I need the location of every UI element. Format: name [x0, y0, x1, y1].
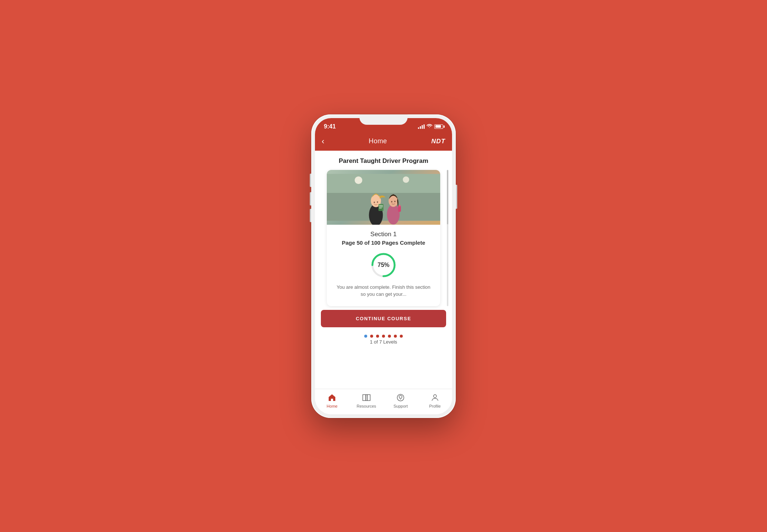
profile-icon	[430, 393, 440, 402]
phone-screen: 9:41 ‹ Home NDT	[315, 118, 452, 414]
wifi-icon	[426, 124, 432, 129]
card-content: Section 1 Page 50 of 100 Pages Complete	[327, 225, 440, 306]
course-image	[327, 170, 440, 225]
dot-6[interactable]	[394, 335, 397, 338]
levels-text: 1 of 7 Levels	[315, 339, 452, 345]
svg-rect-9	[379, 205, 383, 206]
nav-item-resources[interactable]: Resources	[355, 393, 378, 408]
svg-rect-17	[398, 205, 401, 206]
scroll-thumb	[447, 170, 448, 224]
svg-rect-11	[379, 208, 382, 208]
svg-point-14	[391, 201, 392, 202]
section-label: Section 1	[333, 231, 434, 238]
nav-item-home[interactable]: Home	[321, 393, 343, 408]
notch	[359, 114, 408, 125]
svg-rect-8	[378, 204, 384, 211]
course-title: Parent Taught Driver Program	[315, 151, 452, 170]
continue-course-button[interactable]: CONTINUE COURSE	[321, 310, 446, 327]
svg-rect-10	[379, 206, 383, 207]
svg-point-2	[355, 176, 362, 184]
progress-circle-container: 75%	[333, 252, 434, 278]
scroll-indicator	[447, 170, 448, 306]
back-button[interactable]: ‹	[322, 137, 324, 146]
header-logo: NDT	[431, 138, 445, 145]
pages-complete-label: Page 50 of 100 Pages Complete	[333, 240, 434, 246]
svg-point-3	[403, 176, 409, 183]
dot-2[interactable]	[370, 335, 373, 338]
signal-icon	[418, 124, 425, 129]
nav-item-support[interactable]: Support	[389, 393, 412, 408]
nav-label-support: Support	[394, 404, 408, 408]
dot-7[interactable]	[400, 335, 403, 338]
bottom-nav: Home Resources	[315, 389, 452, 414]
nav-label-home: Home	[327, 404, 338, 408]
svg-point-7	[377, 201, 378, 203]
dot-3[interactable]	[376, 335, 379, 338]
course-card: Section 1 Page 50 of 100 Pages Complete	[327, 170, 440, 306]
status-time: 9:41	[324, 123, 336, 130]
support-icon	[396, 393, 405, 402]
progress-text: 75%	[378, 262, 389, 268]
nav-label-resources: Resources	[356, 404, 376, 408]
progress-circle: 75%	[370, 252, 397, 278]
svg-point-21	[400, 399, 401, 400]
battery-icon	[434, 124, 443, 129]
resources-icon	[362, 393, 371, 402]
dot-4[interactable]	[382, 335, 385, 338]
svg-point-6	[374, 201, 375, 203]
header-title: Home	[369, 137, 387, 145]
svg-point-12	[387, 204, 399, 224]
level-dots	[315, 335, 452, 338]
home-icon	[327, 393, 337, 402]
nav-label-profile: Profile	[429, 404, 441, 408]
main-content: Parent Taught Driver Program	[315, 151, 452, 389]
svg-point-22	[434, 395, 436, 398]
dot-5[interactable]	[388, 335, 391, 338]
phone-frame: 9:41 ‹ Home NDT	[311, 114, 456, 418]
svg-rect-16	[398, 205, 401, 212]
description-text: You are almost complete. Finish this sec…	[333, 284, 434, 298]
nav-item-profile[interactable]: Profile	[424, 393, 446, 408]
status-icons	[418, 124, 443, 129]
dot-1[interactable]	[364, 335, 367, 338]
svg-point-15	[394, 200, 395, 202]
app-header: ‹ Home NDT	[315, 133, 452, 151]
